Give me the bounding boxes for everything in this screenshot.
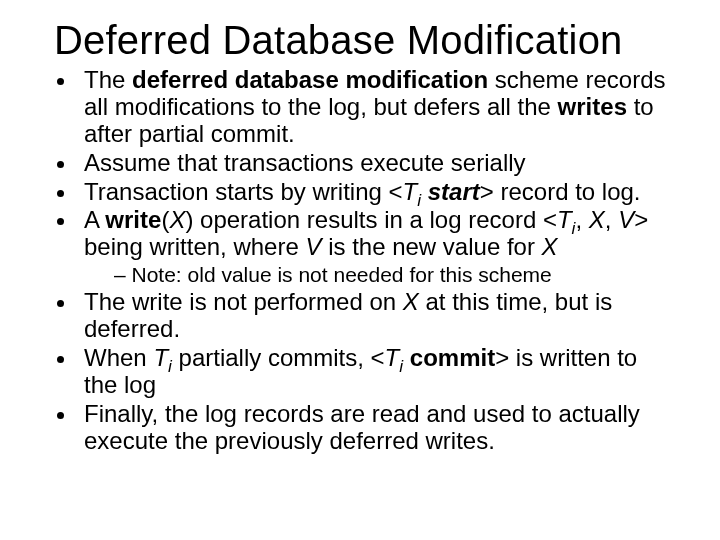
b4-V1: V: [618, 206, 634, 233]
sub-list: Note: old value is not needed for this s…: [114, 263, 676, 287]
b1-writes: writes: [558, 93, 627, 120]
bullet-5: The write is not performed on X at this …: [78, 289, 676, 343]
slide: Deferred Database Modification The defer…: [0, 0, 720, 540]
b6-lt: <: [371, 344, 385, 371]
b4-X1: X: [169, 206, 185, 233]
b4-e: ,: [605, 206, 618, 233]
bullet-list: The deferred database modification schem…: [78, 67, 676, 455]
b3-a: Transaction starts by writing <: [84, 178, 403, 205]
bullet-1: The deferred database modification schem…: [78, 67, 676, 148]
b5-a: The write is not performed on: [84, 288, 403, 315]
bullet-2: Assume that transactions execute seriall…: [78, 150, 676, 177]
b3-b: > record to log.: [480, 178, 641, 205]
b4-a: A: [84, 206, 105, 233]
b4-c: ) operation results in a log record <: [185, 206, 557, 233]
b1-text-a: The: [84, 66, 132, 93]
b6-commit: commit: [410, 344, 495, 371]
b6-b: partially commits,: [172, 344, 371, 371]
bullet-3: Transaction starts by writing <Ti start>…: [78, 179, 676, 206]
slide-title: Deferred Database Modification: [54, 18, 676, 63]
b6-T2: T: [385, 344, 400, 371]
b6-T1: T: [153, 344, 168, 371]
bullet-4: A write(X) operation results in a log re…: [78, 207, 676, 287]
bullet-7: Finally, the log records are read and us…: [78, 401, 676, 455]
b5-X: X: [403, 288, 419, 315]
b3-T: T: [403, 178, 418, 205]
b6-sp: [403, 344, 410, 371]
b4-X3: X: [542, 233, 558, 260]
b1-bold: deferred database modification: [132, 66, 488, 93]
sub-bullet-1: Note: old value is not needed for this s…: [114, 263, 676, 287]
b6-token: <Ti commit: [371, 344, 496, 371]
b6-a: When: [84, 344, 153, 371]
b3-sp: [421, 178, 428, 205]
bullet-6: When Ti partially commits, <Ti commit> i…: [78, 345, 676, 399]
b3-start: start: [428, 178, 480, 205]
b4-V2: V: [305, 233, 321, 260]
b4-g: is the new value for: [321, 233, 541, 260]
b4-write: write: [105, 206, 161, 233]
b4-d: ,: [575, 206, 588, 233]
b4-T: T: [557, 206, 572, 233]
b4-X2: X: [589, 206, 605, 233]
